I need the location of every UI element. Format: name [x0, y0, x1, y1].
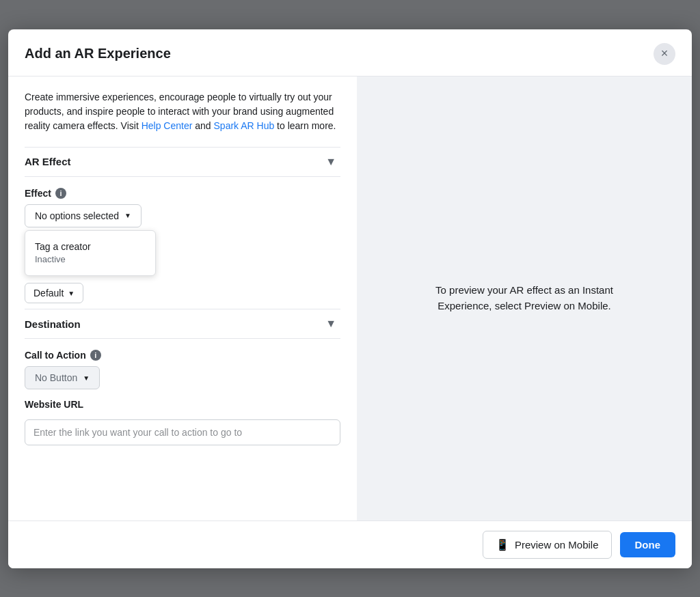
close-button[interactable]: ×	[654, 43, 675, 65]
cta-info-icon[interactable]: i	[90, 350, 101, 361]
default-button[interactable]: Default ▼	[25, 283, 83, 303]
effect-label: Effect i	[25, 188, 340, 199]
help-center-link[interactable]: Help Center	[142, 120, 193, 131]
destination-section: Destination ▼ Call to Action i No Button…	[25, 309, 340, 445]
right-panel: To preview your AR effect as an Instant …	[357, 77, 692, 520]
dropdown-item-tag-creator[interactable]: Tag a creator Inactive	[25, 234, 155, 273]
effect-dropdown-button[interactable]: No options selected ▼	[25, 204, 142, 227]
cta-label: Call to Action i	[25, 350, 340, 361]
modal-container: Add an AR Experience × Create immersive …	[8, 29, 692, 568]
spark-ar-link[interactable]: Spark AR Hub	[214, 120, 275, 131]
destination-collapse-button[interactable]: ▼	[321, 316, 340, 331]
description-text: Create immersive experiences, encourage …	[25, 90, 340, 133]
mobile-icon: 📱	[496, 538, 509, 551]
no-button-dropdown[interactable]: No Button ▼	[25, 366, 100, 389]
destination-section-header: Destination ▼	[25, 309, 340, 339]
effect-field-wrap: Effect i No options selected ▼ Tag a cre…	[25, 188, 340, 304]
done-button[interactable]: Done	[620, 532, 676, 557]
no-button-arrow-icon: ▼	[83, 374, 90, 382]
modal-footer: 📱 Preview on Mobile Done	[8, 520, 692, 568]
modal-overlay: Add an AR Experience × Create immersive …	[0, 0, 700, 597]
website-url-label: Website URL	[25, 399, 340, 410]
ar-effect-title: AR Effect	[25, 156, 71, 167]
preview-mobile-button[interactable]: 📱 Preview on Mobile	[483, 531, 612, 559]
website-url-field: Website URL	[25, 399, 340, 445]
effect-info-icon[interactable]: i	[55, 188, 66, 199]
destination-title: Destination	[25, 318, 81, 330]
ar-effect-collapse-button[interactable]: ▼	[321, 154, 340, 169]
modal-title: Add an AR Experience	[25, 46, 171, 61]
modal-header: Add an AR Experience ×	[8, 29, 692, 77]
ar-effect-section-header: AR Effect ▼	[25, 147, 340, 177]
left-panel: Create immersive experiences, encourage …	[8, 77, 357, 520]
website-url-input[interactable]	[25, 419, 340, 445]
dropdown-arrow-icon: ▼	[124, 212, 131, 219]
effect-dropdown-menu: Tag a creator Inactive	[25, 230, 156, 277]
modal-body: Create immersive experiences, encourage …	[8, 77, 692, 520]
preview-hint-text: To preview your AR effect as an Instant …	[422, 283, 627, 314]
default-arrow-icon: ▼	[68, 290, 75, 297]
